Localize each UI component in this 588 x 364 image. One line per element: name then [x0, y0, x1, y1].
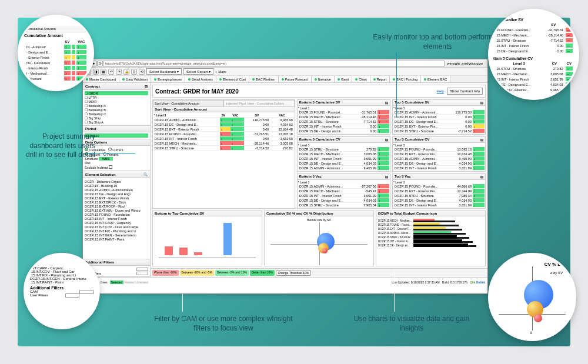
bookmark-dropdown[interactable]: Select Bookmark ▾ [146, 68, 182, 75]
tab-element-eac[interactable]: Element EAC [421, 76, 450, 82]
tab-element-of-cost[interactable]: Element of Cost [216, 76, 249, 82]
more-link[interactable]: + More [215, 70, 226, 74]
contract-item[interactable]: ☐ Battleship B [85, 108, 148, 112]
element-item[interactable]: DOZR.15.FOUND - Foundation [85, 212, 148, 216]
element-selection-title: Element Selection🔍 [83, 171, 150, 178]
lock-icon[interactable]: 🔒 [123, 69, 129, 75]
annotation-left: Project summary dashboard lets users dri… [25, 132, 95, 160]
reload-button[interactable]: ⟳ [97, 61, 103, 66]
element-item[interactable]: DOZR - Delaware Organi [85, 179, 148, 183]
app-window: ◄ ► ⟳ http://whu076/QvAJAXZfc/opendoc.ht… [82, 59, 488, 294]
panel-menu-icon[interactable]: ⊟ [480, 138, 483, 142]
bottom5vac-panel: Bottom 5 Vac⊟* Level 3DOZR.15.ADMIN - Ad… [297, 173, 390, 209]
url-bar[interactable]: http://whu076/QvAJAXZfc/opendoc.htm?docu… [103, 61, 445, 66]
bar-chart[interactable] [153, 216, 262, 264]
exclude-checkbox[interactable] [109, 165, 112, 169]
footer: Unit Scale: Ones Selected Related Unrela… [83, 277, 487, 286]
tab-report[interactable]: Report [370, 76, 390, 82]
panel-menu-icon[interactable]: ⊟ [480, 101, 483, 105]
element-item[interactable]: DOZR.15.DE - Design and Engi [85, 192, 148, 196]
report-dropdown[interactable]: Select Report ▾ [183, 68, 213, 75]
undo-icon[interactable]: ↶ [108, 69, 114, 75]
nav-tabs: Master DashboardData ValidationEmerging … [83, 76, 487, 83]
annotation-top: Easily monitor top and bottom performing… [373, 33, 502, 51]
panel-menu-icon[interactable]: ⊟ [385, 101, 388, 105]
callout-top-right: 5 Cumulative SV SVSV.15.FOUND - Foundati… [488, 9, 579, 100]
top5vac-panel: Top 5 Vac⊟* Level 3DOZR.15.FOUND - Found… [392, 173, 486, 209]
contract-item[interactable]: ☐ LFTR [85, 95, 148, 99]
tab-emerging-issues[interactable]: Emerging Issues [151, 76, 185, 82]
app-toolbar: ◧ ◨ ▦ ↶ ↷ 🔒 ⎙ ⟲ Select Bookmark ▾ Select… [83, 68, 487, 76]
contract-panel-title: Contract⊟ [83, 83, 150, 90]
element-item[interactable]: DOZR.15.ADMIN - Administration [85, 188, 148, 192]
element-item[interactable]: DOZR.15.EXT - Exterior Finish [85, 196, 148, 200]
panel-menu-icon[interactable]: ⊟ [385, 138, 388, 142]
annotation-bottom-right: Use charts to visualize data and gain in… [353, 315, 470, 333]
show-contract-info-button[interactable]: Show Contract Info [447, 88, 483, 95]
sort-view-tab[interactable]: Sort View - Cumulative Amount [153, 100, 223, 107]
tool-icon[interactable]: ◨ [93, 69, 99, 75]
help-link[interactable]: Help [437, 89, 444, 93]
contract-item[interactable]: ☐ Big Ship [85, 116, 148, 120]
panel-menu-icon[interactable]: ⊟ [385, 175, 388, 179]
print-icon[interactable]: ⎙ [131, 69, 137, 75]
bcwp-chart[interactable]: DOZR.15.MECH - Mechan...DOZR.15.FOUND - … [376, 216, 485, 264]
top5sv-panel: Top 5 Cumulative SV⊟* Level 3DOZR.15.ADM… [392, 99, 486, 135]
tool-icon[interactable]: ▦ [101, 69, 106, 75]
tab-eac-funding[interactable]: EAC / Funding [390, 76, 421, 82]
tab-eac-realism[interactable]: EAC Realism [249, 76, 279, 82]
contract-header: Contract: GRDR for MAY 2020 Help Show Co… [152, 85, 486, 98]
annotation-bottom-left: Filter by CAM or use more complex wInsig… [147, 315, 300, 333]
element-item[interactable]: DOZR.15.INT.PAINT - Paint [85, 237, 148, 241]
tab-detail-analysis[interactable]: Detail Analysis [185, 76, 216, 82]
browser-toolbar: ◄ ► ⟳ http://whu076/QvAJAXZfc/opendoc.ht… [83, 59, 487, 68]
contract-item[interactable]: ☐ Big Ship A [85, 120, 148, 124]
bottom5sv-panel: Bottom 5 Cumulative SV⊟* Level 3DOZR.15.… [297, 99, 390, 135]
element-item[interactable]: DOZR.15.EXT.ROOF - Roof [85, 204, 148, 208]
callout-top-left: Cumulative Amount Cumulative Amount SVVA… [18, 15, 94, 91]
element-item[interactable]: DOZR.15.INT.FIX - Plumbing and Li [85, 229, 148, 233]
radio-current[interactable] [108, 148, 112, 151]
panel-controls-icon[interactable]: ⊟ [145, 84, 148, 88]
element-item[interactable]: DOZR.15.EXT.WIN - Doors and Windo [85, 208, 148, 212]
contract-item[interactable]: ☐ Battleship C [85, 112, 148, 116]
tab-data-validation[interactable]: Data Validation [119, 76, 151, 82]
contract-item[interactable]: ☐ MIXR [85, 99, 148, 103]
contract-title: Contract: GRDR for MAY 2020 [155, 88, 239, 95]
element-item[interactable]: DOZR.15 - Building 15 [85, 183, 148, 188]
element-item[interactable]: DOZR.15.INT.COV - Floor and Carpe [85, 225, 148, 229]
filters-title: Additional Filters [83, 259, 150, 266]
element-item[interactable]: DOZR.15.EXT.BRICK - Brick [85, 200, 148, 204]
bubble-chart-panel: Cumulative SV % and CV % Distribution Bu… [264, 211, 374, 266]
element-item[interactable]: DOZR.15.INT - Interior Finish [85, 216, 148, 221]
bottom5cv-panel: Bottom 5 Cumulative CV⊟* Level 3DOZR.15.… [297, 136, 390, 172]
tab-master-dashboard[interactable]: Master Dashboard [83, 76, 119, 82]
element-item[interactable]: DOZR.15.INT.GEN - General Interio [85, 233, 148, 237]
sort-view-title: Sort View - Cumulative Amount [153, 107, 295, 112]
top5cv-panel: Top 5 Cumulative CV⊟* Level 3DOZR.15.FOU… [392, 136, 486, 172]
user-filter-dropdown[interactable] [136, 272, 148, 275]
bar-chart-panel: Bottom to Top Cumulative SV [152, 211, 262, 266]
tab-chart[interactable]: Chart [352, 76, 370, 82]
contract-item[interactable]: ☐ GRDR [85, 91, 148, 95]
tab-future-forecast[interactable]: Future Forecast [279, 76, 312, 82]
bcwp-chart-panel: BCWP to Total Budget Comparison DOZR.15.… [376, 211, 486, 266]
sidebar: Contract⊟ ☐ GRDR☐ LFTR☐ MIXR☐ Battleship… [83, 83, 151, 277]
browser-tab[interactable]: winsight_analytics.qvw [447, 62, 483, 65]
panel-menu-icon[interactable]: ⊟ [480, 175, 483, 179]
redo-icon[interactable]: ↷ [116, 69, 122, 75]
structure-value[interactable]: WBS [99, 157, 113, 161]
indented-view-tab[interactable]: Indented Pivot View - Cumulative Dollars [223, 100, 294, 107]
repeat-icon[interactable]: ⟲ [139, 69, 145, 75]
callout-bottom-right: CV % Di... e by SV 0 [488, 253, 576, 341]
tab-narrative[interactable]: Narrative [312, 76, 335, 82]
tab-gantt[interactable]: Gantt [335, 76, 352, 82]
period-label: Period [83, 126, 150, 132]
callout-bottom-left: .INT.CARP - Carpent....15.INT.COV - Floo… [24, 253, 100, 329]
bubble-chart[interactable]: Bubble size by SV [265, 216, 373, 271]
cam-dropdown[interactable] [136, 268, 148, 271]
contract-item[interactable]: ☐ Battleship A [85, 103, 148, 108]
search-icon[interactable]: 🔍 [143, 172, 148, 176]
element-item[interactable]: DOZR.15.INT.CARP - Carpentry [85, 221, 148, 225]
